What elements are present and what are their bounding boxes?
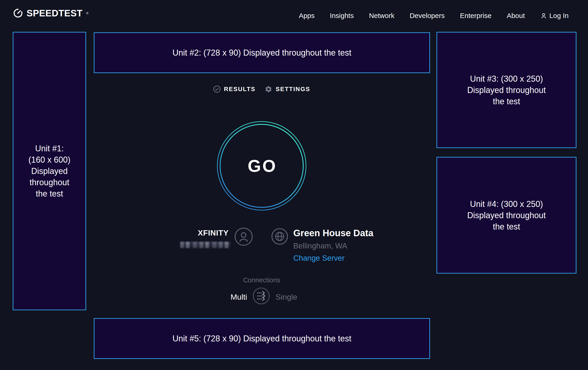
connections-heading: Connections (215, 277, 308, 283)
speedtest-logo[interactable]: SPEEDTEST® (13, 8, 88, 19)
ad-unit-2-leaderboard[interactable]: Unit #2: (728 x 90) Displayed throughout… (94, 32, 430, 73)
go-button-label: GO (217, 121, 307, 211)
change-server-link[interactable]: Change Server (293, 254, 345, 262)
results-settings-tabs: RESULTS SETTINGS (215, 84, 308, 94)
login-link[interactable]: Log In (540, 12, 569, 19)
nav-item-network[interactable]: Network (369, 12, 394, 19)
ad-unit-4-rectangle[interactable]: Unit #4: (300 x 250) Displayed throughou… (437, 157, 577, 274)
login-person-icon (540, 12, 547, 19)
main-nav: Apps Insights Network Developers Enterpr… (299, 0, 569, 31)
ad-unit-5-leaderboard[interactable]: Unit #5: (728 x 90) Displayed throughout… (94, 318, 430, 359)
logo-wordmark: SPEEDTEST (27, 9, 83, 18)
isp-name: XFINITY (162, 229, 229, 237)
ad-unit-4-text: Unit #4: (300 x 250) Displayed throughou… (467, 198, 546, 232)
tab-settings-label: SETTINGS (275, 86, 310, 92)
ad-unit-1-text: Unit #1: (160 x 600) Displayed throughou… (28, 143, 70, 199)
ad-unit-1-skyscraper[interactable]: Unit #1: (160 x 600) Displayed throughou… (13, 32, 86, 310)
nav-item-apps[interactable]: Apps (299, 12, 315, 19)
top-nav-bar: SPEEDTEST® Apps Insights Network Develop… (0, 0, 588, 31)
go-button[interactable]: GO (217, 121, 307, 211)
tab-settings[interactable]: SETTINGS (265, 85, 310, 93)
nav-item-about[interactable]: About (507, 12, 525, 19)
connections-single-option[interactable]: Single (275, 293, 297, 301)
connections-multi-option[interactable]: Multi (208, 293, 247, 301)
tab-results[interactable]: RESULTS (213, 85, 256, 93)
nav-item-developers[interactable]: Developers (410, 12, 445, 19)
server-globe-icon (271, 228, 288, 245)
logo-trademark: ® (86, 11, 88, 15)
server-name: Green House Data (293, 228, 373, 238)
ad-unit-2-text: Unit #2: (728 x 90) Displayed throughout… (173, 47, 351, 58)
speedtest-gauge-icon (13, 8, 23, 19)
nav-item-enterprise[interactable]: Enterprise (460, 12, 492, 19)
login-label: Log In (549, 12, 569, 19)
speedtest-page: SPEEDTEST® Apps Insights Network Develop… (0, 0, 588, 370)
isp-person-icon (234, 228, 253, 246)
ip-address-redacted (180, 242, 230, 248)
ad-unit-3-text: Unit #3: (300 x 250) Displayed throughou… (467, 73, 546, 107)
tab-results-label: RESULTS (224, 86, 256, 92)
ad-unit-5-text: Unit #5: (728 x 90) Displayed throughout… (173, 333, 351, 344)
gear-icon (265, 85, 272, 93)
server-location: Bellingham, WA (293, 242, 347, 250)
nav-item-insights[interactable]: Insights (330, 12, 354, 19)
check-circle-icon (213, 85, 221, 93)
connections-toggle-icon[interactable] (252, 287, 270, 305)
ad-unit-3-rectangle[interactable]: Unit #3: (300 x 250) Displayed throughou… (437, 32, 577, 148)
